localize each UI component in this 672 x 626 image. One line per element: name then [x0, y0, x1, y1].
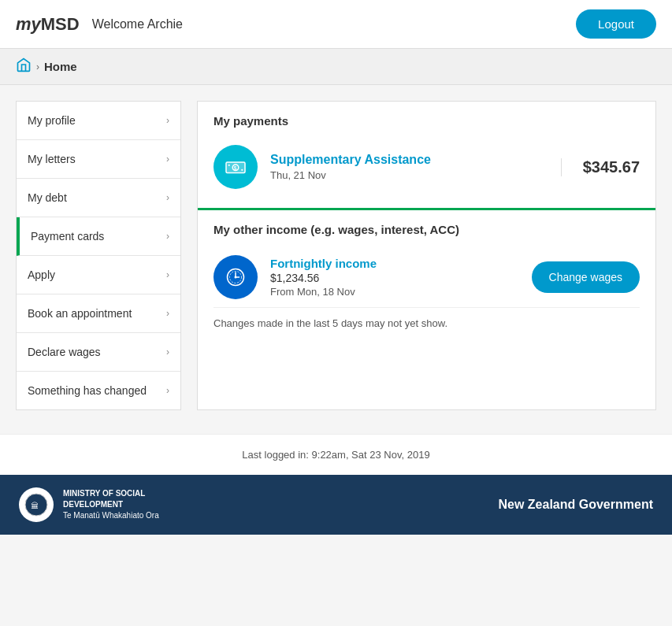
header-left: myMSD Welcome Archie: [16, 14, 183, 35]
sidebar: My profile › My letters › My debt › Paym…: [16, 101, 181, 410]
sidebar-item-something-changed[interactable]: Something has changed ›: [17, 372, 180, 409]
sidebar-item-payment-cards[interactable]: Payment cards ›: [17, 217, 180, 256]
svg-text:🏛: 🏛: [31, 502, 39, 510]
footer-org-text: Ministry of Social Development Te Manatū…: [63, 488, 159, 521]
main-content: My payments $: [197, 101, 656, 410]
app-header: myMSD Welcome Archie Logout: [0, 0, 672, 49]
income-from: From Mon, 18 Nov: [270, 286, 377, 298]
footer-logged: Last logged in: 9:22am, Sat 23 Nov, 2019: [0, 434, 672, 475]
main-layout: My profile › My letters › My debt › Paym…: [0, 85, 672, 426]
last-logged-text: Last logged in: 9:22am, Sat 23 Nov, 2019: [242, 449, 429, 461]
welcome-text: Welcome Archie: [92, 17, 183, 31]
income-info: Fortnightly income $1,234.56 From Mon, 1…: [270, 257, 377, 298]
income-icon: [213, 255, 258, 299]
chevron-icon: ›: [166, 385, 169, 396]
sidebar-item-declare-wages[interactable]: Declare wages ›: [17, 333, 180, 372]
income-row: Fortnightly income $1,234.56 From Mon, 1…: [213, 247, 640, 308]
changes-note: Changes made in the last 5 days may not …: [213, 317, 640, 329]
footer-crest: 🏛: [19, 487, 54, 522]
breadcrumb: › Home: [0, 49, 672, 85]
home-icon[interactable]: [16, 57, 32, 76]
change-wages-button[interactable]: Change wages: [532, 261, 640, 293]
footer-nzg: New Zealand Government: [499, 498, 654, 512]
app-logo: myMSD: [16, 14, 80, 35]
payment-date: Thu, 21 Nov: [270, 169, 431, 181]
logout-button[interactable]: Logout: [576, 9, 656, 39]
svg-point-10: [235, 276, 237, 279]
breadcrumb-chevron: ›: [36, 61, 39, 72]
payment-name: Supplementary Assistance: [270, 153, 431, 167]
income-amount: $1,234.56: [270, 272, 377, 284]
sidebar-item-book-appointment[interactable]: Book an appointment ›: [17, 294, 180, 333]
chevron-icon: ›: [166, 308, 169, 319]
footer-bar: 🏛 Ministry of Social Development Te Mana…: [0, 475, 672, 535]
sidebar-item-my-letters[interactable]: My letters ›: [17, 140, 180, 179]
payments-section: My payments $: [198, 102, 655, 210]
logo-my: my: [16, 14, 41, 34]
chevron-icon: ›: [166, 115, 169, 126]
payment-row: $ Supplementary Assistance Thu, 21 Nov $…: [213, 139, 640, 195]
payment-icon: $: [213, 145, 258, 189]
other-income-section: My other income (e.g. wages, interest, A…: [198, 210, 655, 342]
chevron-icon: ›: [166, 192, 169, 203]
sidebar-item-apply[interactable]: Apply ›: [17, 256, 180, 294]
payment-left: $ Supplementary Assistance Thu, 21 Nov: [213, 145, 431, 189]
footer-logo-area: 🏛 Ministry of Social Development Te Mana…: [19, 487, 159, 522]
other-income-title: My other income (e.g. wages, interest, A…: [213, 223, 640, 236]
payment-amount: $345.67: [561, 158, 640, 176]
income-name: Fortnightly income: [270, 257, 377, 270]
chevron-icon: ›: [166, 269, 169, 280]
sidebar-item-my-debt[interactable]: My debt ›: [17, 179, 180, 217]
sidebar-item-my-profile[interactable]: My profile ›: [17, 102, 180, 140]
payments-title: My payments: [213, 114, 640, 128]
income-left: Fortnightly income $1,234.56 From Mon, 1…: [213, 255, 377, 299]
breadcrumb-current: Home: [44, 60, 77, 73]
chevron-icon: ›: [166, 231, 169, 242]
payment-info: Supplementary Assistance Thu, 21 Nov: [270, 153, 431, 181]
chevron-icon: ›: [166, 346, 169, 357]
chevron-icon: ›: [166, 154, 169, 165]
svg-text:$: $: [234, 165, 237, 172]
logo-msd: MSD: [41, 14, 80, 34]
